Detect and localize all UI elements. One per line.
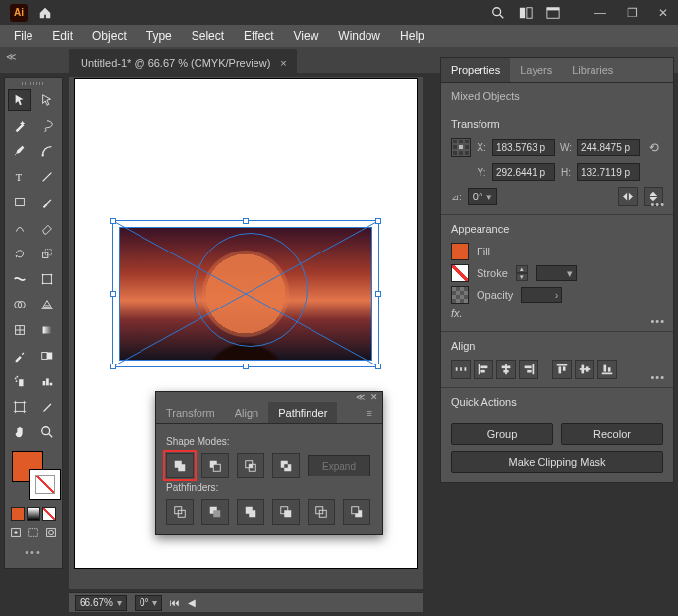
align-distribute[interactable] [451, 360, 471, 379]
align-more[interactable]: ••• [650, 371, 665, 383]
shapemode-exclude[interactable] [272, 453, 300, 478]
rotate-view-dropdown[interactable]: 0°▾ [135, 595, 163, 611]
shapemode-expand[interactable]: Expand [308, 455, 370, 476]
w-input[interactable]: 244.8475 p [577, 139, 640, 156]
fx-label[interactable]: fx. [451, 308, 463, 319]
draw-behind[interactable] [26, 525, 41, 540]
appearance-more[interactable]: ••• [650, 315, 665, 327]
window-restore[interactable]: ❐ [621, 6, 643, 20]
x-input[interactable]: 183.5763 p [492, 139, 555, 156]
menu-help[interactable]: Help [392, 28, 432, 45]
menu-object[interactable]: Object [85, 28, 135, 45]
menu-window[interactable]: Window [330, 28, 388, 45]
selection-bounds[interactable] [112, 220, 379, 367]
rotate-input[interactable]: 0°▾ [468, 188, 498, 205]
align-v-center[interactable] [575, 360, 594, 379]
tool-type[interactable]: T [8, 166, 31, 188]
tool-shaper[interactable] [8, 217, 31, 239]
align-top[interactable] [552, 360, 572, 379]
qa-group[interactable]: Group [451, 423, 553, 445]
opacity-dropdown[interactable]: › [521, 287, 562, 303]
handle-tr[interactable] [375, 218, 381, 224]
edit-toolbar[interactable]: ••• [8, 546, 59, 558]
window-minimize[interactable]: — [590, 6, 611, 20]
qa-recolor[interactable]: Recolor [561, 423, 663, 445]
panel-collapse-icon[interactable]: ≪ [356, 392, 365, 402]
color-mode-gradient[interactable] [27, 507, 40, 521]
tab-libraries[interactable]: Libraries [562, 58, 623, 82]
color-mode-none[interactable] [42, 507, 56, 521]
document-tab-close[interactable]: × [280, 57, 286, 69]
handle-bl[interactable] [110, 364, 116, 369]
shapemode-unite[interactable] [166, 453, 194, 478]
stroke-swatch[interactable] [29, 469, 61, 500]
tool-rectangle[interactable] [8, 192, 31, 213]
panel-tab-pathfinder[interactable]: Pathfinder [268, 402, 337, 423]
tool-blend[interactable] [35, 345, 59, 366]
panel-collapse-left[interactable]: ≪ [6, 51, 16, 62]
pathfinder-outline[interactable] [308, 499, 335, 525]
shapemode-minus-front[interactable] [201, 453, 229, 478]
workspace-button[interactable] [544, 5, 562, 21]
panel-close-icon[interactable]: ✕ [370, 392, 378, 402]
tool-slice[interactable] [35, 396, 59, 418]
tool-shape-builder[interactable] [8, 294, 31, 315]
tool-artboard[interactable] [8, 396, 31, 418]
arrange-documents-button[interactable] [517, 5, 535, 21]
handle-ml[interactable] [110, 291, 116, 297]
shapemode-intersect[interactable] [237, 453, 264, 478]
tool-symbol-sprayer[interactable] [8, 370, 31, 392]
handle-br[interactable] [375, 364, 381, 369]
qa-clipping-mask[interactable]: Make Clipping Mask [451, 451, 663, 473]
menu-view[interactable]: View [286, 28, 327, 45]
tool-eyedropper[interactable] [8, 345, 31, 366]
transform-more[interactable]: ••• [650, 198, 665, 210]
draw-normal[interactable] [8, 525, 24, 540]
panel-tab-transform[interactable]: Transform [156, 402, 225, 423]
handle-tl[interactable] [110, 218, 116, 224]
draw-inside[interactable] [43, 525, 59, 540]
tool-pen[interactable] [8, 140, 31, 162]
stroke-weight-stepper[interactable]: ▴▾ [516, 265, 528, 281]
tab-layers[interactable]: Layers [510, 58, 562, 82]
search-button[interactable] [489, 5, 507, 21]
tool-hand[interactable] [8, 421, 31, 443]
window-close[interactable]: ✕ [652, 6, 674, 20]
menu-file[interactable]: File [6, 28, 40, 45]
tab-properties[interactable]: Properties [441, 58, 510, 82]
tool-scale[interactable] [35, 243, 59, 264]
appearance-stroke-swatch[interactable] [451, 264, 469, 282]
menu-type[interactable]: Type [139, 28, 180, 45]
reference-point[interactable] [451, 138, 471, 157]
flip-horizontal[interactable] [618, 187, 638, 206]
align-h-center[interactable] [496, 360, 516, 379]
tool-rotate[interactable] [8, 243, 31, 264]
align-bottom[interactable] [597, 360, 617, 379]
panel-tab-align[interactable]: Align [225, 402, 268, 423]
tool-paintbrush[interactable] [35, 192, 59, 213]
tool-selection[interactable] [8, 89, 31, 111]
tool-column-graph[interactable] [35, 370, 59, 392]
handle-bm[interactable] [243, 364, 249, 369]
tool-curvature[interactable] [35, 140, 59, 162]
home-button[interactable] [33, 3, 57, 23]
align-right[interactable] [519, 360, 538, 379]
tool-gradient[interactable] [35, 319, 59, 341]
tool-lasso[interactable] [35, 115, 59, 137]
panel-menu[interactable]: ≡ [357, 402, 382, 423]
pathfinder-trim[interactable] [201, 499, 229, 525]
y-input[interactable]: 292.6441 p [492, 163, 555, 181]
pathfinder-minus-back[interactable] [343, 499, 370, 525]
h-input[interactable]: 132.7119 p [577, 163, 640, 181]
tool-direct-selection[interactable] [35, 89, 59, 111]
document-tab[interactable]: Untitled-1* @ 66.67 % (CMYK/Preview) × [69, 49, 297, 73]
handle-tm[interactable] [243, 218, 249, 224]
tool-eraser[interactable] [35, 217, 59, 239]
pathfinder-panel[interactable]: ≪ ✕ Transform Align Pathfinder ≡ Shape M… [155, 391, 383, 535]
tool-free-transform[interactable] [35, 268, 59, 290]
appearance-fill-swatch[interactable] [451, 243, 469, 260]
artboard-nav-first[interactable]: ⏮ [170, 597, 180, 608]
panel-grip[interactable] [8, 82, 59, 89]
menu-edit[interactable]: Edit [44, 28, 81, 45]
handle-mr[interactable] [375, 291, 381, 297]
